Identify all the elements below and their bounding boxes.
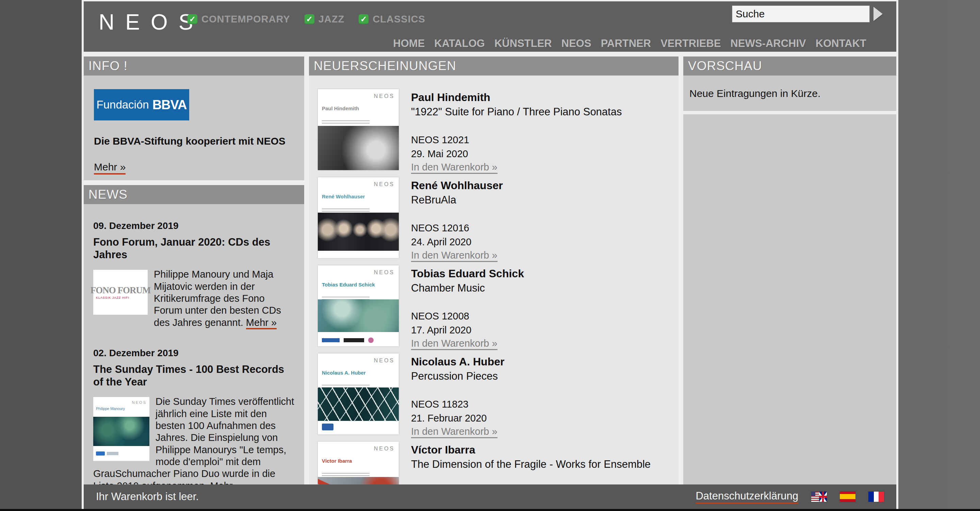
release-item: NEOS René Wohlhauser René Wohlhauser ReB…	[318, 177, 679, 262]
cover-neos-logo: NEOS	[374, 446, 395, 452]
vorschau-box: Neue Eintragungen in Kürze.	[683, 75, 896, 111]
news-item: 02. Dezember 2019 The Sunday Times - 100…	[93, 348, 295, 484]
cover-art	[318, 126, 399, 170]
release-date: 24. April 2020	[411, 236, 503, 248]
release-date: 21. Februar 2020	[411, 413, 504, 424]
release-catalog: NEOS 12021	[411, 134, 622, 146]
album-cover[interactable]: NEOS René Wohlhauser	[318, 177, 399, 258]
cover-credits	[322, 121, 369, 125]
cover-neos-logo: NEOS	[374, 181, 395, 188]
main-nav: HOME KATALOG KÜNSTLER NEOS PARTNER VERTR…	[393, 37, 866, 50]
bbva-banner-logo: BBVA	[153, 98, 187, 112]
checkbox-checked-icon[interactable]: ✓	[305, 14, 314, 24]
news-date: 02. Dezember 2019	[93, 348, 295, 358]
vorschau-text: Neue Eintragungen in Kürze.	[689, 88, 821, 99]
footer-bar: Ihr Warenkorb ist leer. Datenschutzerklä…	[84, 484, 896, 509]
release-title[interactable]: ReBruAla	[411, 194, 503, 206]
info-box: Fundación BBVA Die BBVA-Stiftung kooperi…	[84, 75, 304, 180]
cover-neos-logo: NEOS	[132, 400, 147, 405]
info-more-link[interactable]: Mehr »	[94, 161, 126, 175]
release-item: NEOS Víctor Ibarra Víctor Ibarra The Dim…	[318, 442, 679, 484]
filter-jazz[interactable]: ✓ JAZZ	[305, 14, 345, 25]
news-more-link[interactable]: Mehr »	[246, 317, 277, 330]
release-title[interactable]: "1922" Suite for Piano / Three Piano Son…	[411, 106, 622, 118]
news-date: 09. Dezember 2019	[93, 220, 295, 231]
nav-kuenstler[interactable]: KÜNSTLER	[495, 37, 552, 50]
cover-artist-text: Paul Hindemith	[322, 105, 359, 111]
page: NEOS ✓ CONTEMPORARY ✓ JAZZ ✓ CLASSICS HO…	[82, 0, 898, 509]
label-badge	[96, 452, 105, 455]
album-cover[interactable]: NEOS Víctor Ibarra	[318, 442, 399, 484]
flag-french-icon[interactable]	[869, 492, 884, 502]
info-text: Die BBVA-Stiftung kooperiert mit NEOS	[94, 135, 294, 147]
news-box: 09. Dezember 2019 Fono Forum, Januar 202…	[84, 204, 304, 484]
release-title[interactable]: Percussion Pieces	[411, 370, 504, 382]
cart-status: Ihr Warenkorb ist leer.	[96, 490, 199, 503]
releases-column: NEUERSCHEINUNGEN NEOS Paul Hindemith Pau…	[309, 56, 679, 484]
news-thumbnail-manoury-album[interactable]: NEOS Philippe Manoury	[93, 397, 150, 461]
news-body: NEOS Philippe Manoury Die Sunday Times v…	[93, 396, 295, 484]
release-artist[interactable]: Víctor Ibarra	[411, 444, 651, 456]
search-submit-arrow-icon[interactable]	[873, 7, 883, 21]
cover-art	[318, 477, 399, 484]
news-thumbnail-fono-forum[interactable]: FONO FORUM KLASSIK JAZZ HIFI	[93, 270, 148, 315]
news-more-link[interactable]: Mehr »	[210, 481, 240, 484]
cover-neos-logo: NEOS	[374, 269, 395, 275]
nav-katalog[interactable]: KATALOG	[434, 37, 485, 50]
label-badge	[107, 452, 118, 455]
release-date: 17. April 2020	[411, 325, 524, 336]
nav-home[interactable]: HOME	[393, 37, 425, 50]
info-section-title: INFO !	[84, 56, 304, 75]
album-cover[interactable]: NEOS Nicolaus A. Huber	[318, 353, 399, 435]
nav-news-archiv[interactable]: NEWS-ARCHIV	[730, 37, 806, 50]
flag-english-icon[interactable]	[811, 492, 827, 502]
add-to-cart-link[interactable]: In den Warenkorb »	[411, 426, 498, 438]
privacy-link[interactable]: Datenschutzerklärung	[695, 490, 798, 504]
flag-spanish-icon[interactable]	[840, 492, 856, 502]
release-title[interactable]: Chamber Music	[411, 282, 524, 294]
cover-partner-logos	[322, 337, 374, 343]
preview-column: VORSCHAU Neue Eintragungen in Kürze.	[683, 56, 896, 484]
release-artist[interactable]: Tobias Eduard Schick	[411, 267, 524, 280]
bbva-banner[interactable]: Fundación BBVA	[94, 89, 189, 121]
vorschau-empty-box	[683, 114, 896, 484]
filter-classics[interactable]: ✓ CLASSICS	[359, 14, 425, 25]
add-to-cart-link[interactable]: In den Warenkorb »	[411, 162, 498, 174]
news-section-title: NEWS	[84, 185, 304, 204]
album-cover[interactable]: NEOS Tobias Eduard Schick	[318, 265, 399, 346]
fono-forum-logo: FONO FORUM	[91, 285, 151, 296]
news-title[interactable]: The Sunday Times - 100 Best Records of t…	[93, 363, 295, 388]
album-cover[interactable]: NEOS Paul Hindemith	[318, 89, 399, 170]
release-artist[interactable]: Nicolaus A. Huber	[411, 355, 504, 368]
filter-contemporary[interactable]: ✓ CONTEMPORARY	[188, 14, 290, 25]
main-content: INFO ! Fundación BBVA Die BBVA-Stiftung …	[84, 56, 896, 484]
cover-art	[318, 387, 399, 421]
release-date: 29. Mai 2020	[411, 148, 622, 159]
add-to-cart-link[interactable]: In den Warenkorb »	[411, 338, 498, 350]
cover-art	[318, 299, 399, 332]
release-title[interactable]: The Dimension of the Fragile - Works for…	[411, 458, 651, 471]
news-title[interactable]: Fono Forum, Januar 2020: CDs des Jahres	[93, 236, 295, 261]
nav-kontakt[interactable]: KONTAKT	[816, 37, 866, 50]
release-catalog: NEOS 12016	[411, 223, 503, 234]
release-catalog: NEOS 11823	[411, 399, 504, 410]
release-artist[interactable]: Paul Hindemith	[411, 91, 622, 104]
release-catalog: NEOS 12008	[411, 310, 524, 322]
genre-filters: ✓ CONTEMPORARY ✓ JAZZ ✓ CLASSICS	[188, 14, 425, 25]
nav-vertriebe[interactable]: VERTRIEBE	[660, 37, 721, 50]
bbva-banner-text: Fundación	[97, 98, 149, 111]
cover-neos-logo: NEOS	[374, 358, 395, 364]
checkbox-checked-icon[interactable]: ✓	[188, 14, 197, 24]
cover-artist-text: Nicolaus A. Huber	[322, 370, 366, 376]
add-to-cart-link[interactable]: In den Warenkorb »	[411, 250, 498, 262]
cover-art	[318, 213, 399, 251]
checkbox-checked-icon[interactable]: ✓	[359, 14, 369, 24]
cover-artist-text: Philippe Manoury	[96, 406, 125, 411]
nav-neos[interactable]: NEOS	[562, 37, 592, 50]
news-body: FONO FORUM KLASSIK JAZZ HIFI Philippe Ma…	[93, 268, 295, 329]
nav-partner[interactable]: PARTNER	[601, 37, 651, 50]
cover-artist-text: Víctor Ibarra	[322, 458, 352, 464]
filter-label: JAZZ	[318, 14, 345, 25]
search-input[interactable]	[732, 5, 870, 22]
release-artist[interactable]: René Wohlhauser	[411, 179, 503, 192]
